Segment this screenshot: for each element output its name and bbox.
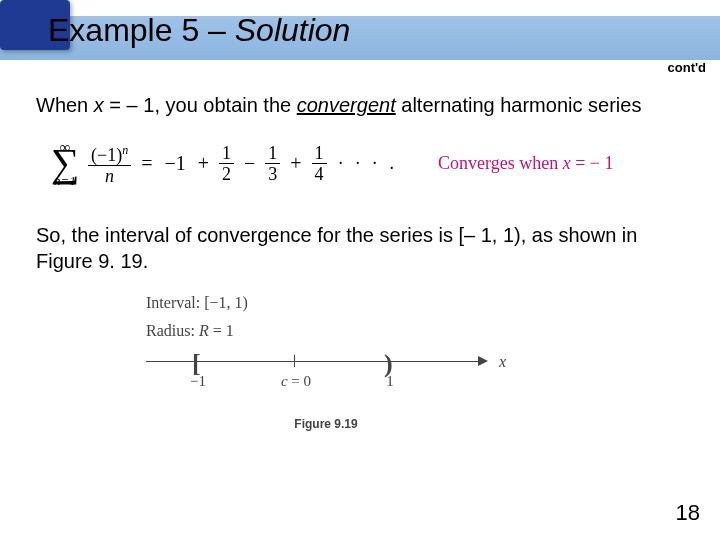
frac-3: 1 3 xyxy=(265,143,280,184)
arrowhead-icon xyxy=(478,356,488,366)
label-center: c = 0 xyxy=(281,373,311,390)
f2-den: 2 xyxy=(219,164,234,184)
plus-1: + xyxy=(192,152,215,175)
title-bar: Example 5 – Solution xyxy=(0,0,720,64)
f3-den: 3 xyxy=(265,164,280,184)
main-num: (−1)n xyxy=(88,140,131,166)
minus-1: − xyxy=(238,152,261,175)
fig-radius-post: = 1 xyxy=(209,322,234,339)
label-neg1: −1 xyxy=(190,373,206,390)
fig-radius-var: R xyxy=(199,322,209,339)
fig-radius: Radius: R = 1 xyxy=(146,320,506,342)
label-1: 1 xyxy=(386,373,394,390)
label-c-post: = 0 xyxy=(288,373,311,389)
sigma-lower: n=1 xyxy=(46,173,84,189)
paragraph-2: So, the interval of convergence for the … xyxy=(36,222,684,274)
p1-var: x xyxy=(94,94,104,116)
p1-pre: When xyxy=(36,94,94,116)
fig-radius-pre: Radius: xyxy=(146,322,199,339)
f3-num: 1 xyxy=(265,143,280,164)
page-number: 18 xyxy=(676,500,700,526)
ellipsis: · · · . xyxy=(331,153,399,174)
p1-mid: = – 1, you obtain the xyxy=(104,94,297,116)
main-num-base: (−1) xyxy=(91,145,122,165)
tick-center xyxy=(294,355,295,367)
convergence-note: Converges when x = − 1 xyxy=(438,153,613,174)
paragraph-1: When x = – 1, you obtain the convergent … xyxy=(36,92,684,118)
f4-den: 4 xyxy=(312,164,327,184)
f4-num: 1 xyxy=(312,143,327,164)
f2-num: 1 xyxy=(219,143,234,164)
figure-caption: Figure 9.19 xyxy=(146,417,506,431)
frac-4: 1 4 xyxy=(312,143,327,184)
label-c-var: c xyxy=(281,373,288,389)
title-solution: Solution xyxy=(235,12,351,48)
page-title: Example 5 – Solution xyxy=(48,12,350,49)
note-post: = − 1 xyxy=(571,153,614,173)
sigma: ∞ ∑ n=1 xyxy=(46,143,84,183)
plus-2: + xyxy=(284,152,307,175)
fig-interval: Interval: [−1, 1) xyxy=(146,292,506,314)
main-fraction: (−1)n n xyxy=(88,140,131,186)
main-den: n xyxy=(102,166,117,186)
formula-block: ∞ ∑ n=1 (−1)n n = −1 + 1 2 − 1 3 + 1 4 ·… xyxy=(46,128,684,198)
p1-convergent: convergent xyxy=(297,94,396,116)
title-prefix: Example 5 – xyxy=(48,12,235,48)
equals: = xyxy=(135,152,158,175)
continued-label: cont'd xyxy=(668,60,706,75)
axis-x-label: x xyxy=(499,353,506,371)
term-1: −1 xyxy=(158,152,191,175)
frac-2: 1 2 xyxy=(219,143,234,184)
sigma-upper: ∞ xyxy=(46,139,84,156)
number-line: [ ) −1 c = 0 1 x xyxy=(146,347,486,387)
figure: Interval: [−1, 1) Radius: R = 1 [ ) −1 c… xyxy=(146,292,506,431)
content-area: When x = – 1, you obtain the convergent … xyxy=(0,64,720,431)
note-pre: Converges when xyxy=(438,153,563,173)
p1-post: alternating harmonic series xyxy=(396,94,642,116)
main-num-exp: n xyxy=(122,143,128,157)
note-var: x xyxy=(563,153,571,173)
